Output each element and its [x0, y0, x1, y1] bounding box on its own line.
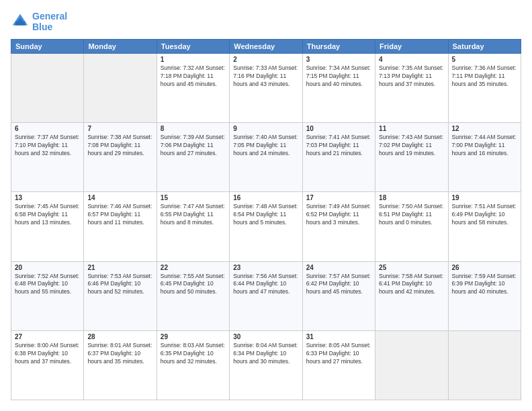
day-number: 17	[306, 194, 371, 201]
day-number: 18	[379, 194, 444, 201]
day-info: Sunrise: 7:43 AM Sunset: 7:02 PM Dayligh…	[379, 134, 444, 158]
calendar-cell: 25Sunrise: 7:58 AM Sunset: 6:41 PM Dayli…	[375, 261, 448, 330]
calendar-cell: 18Sunrise: 7:50 AM Sunset: 6:51 PM Dayli…	[375, 192, 448, 261]
day-info: Sunrise: 7:33 AM Sunset: 7:16 PM Dayligh…	[233, 64, 298, 89]
calendar-cell: 26Sunrise: 7:59 AM Sunset: 6:39 PM Dayli…	[448, 261, 521, 330]
day-number: 10	[306, 125, 371, 132]
day-info: Sunrise: 7:46 AM Sunset: 6:57 PM Dayligh…	[87, 203, 152, 227]
calendar-cell: 9Sunrise: 7:40 AM Sunset: 7:05 PM Daylig…	[230, 123, 302, 192]
day-info: Sunrise: 7:49 AM Sunset: 6:52 PM Dayligh…	[306, 203, 371, 227]
day-number: 29	[161, 333, 226, 340]
day-info: Sunrise: 7:35 AM Sunset: 7:13 PM Dayligh…	[379, 64, 444, 89]
day-number: 16	[233, 194, 298, 201]
col-friday: Friday	[375, 40, 448, 54]
col-monday: Monday	[84, 40, 157, 54]
day-info: Sunrise: 7:32 AM Sunset: 7:18 PM Dayligh…	[161, 64, 226, 89]
calendar-cell: 27Sunrise: 8:00 AM Sunset: 6:38 PM Dayli…	[11, 330, 84, 400]
day-info: Sunrise: 7:57 AM Sunset: 6:42 PM Dayligh…	[306, 273, 371, 297]
calendar-cell: 3Sunrise: 7:34 AM Sunset: 7:15 PM Daylig…	[302, 54, 375, 123]
day-number: 2	[233, 56, 298, 63]
day-number: 22	[161, 264, 226, 271]
day-info: Sunrise: 7:39 AM Sunset: 7:06 PM Dayligh…	[161, 134, 226, 158]
day-info: Sunrise: 8:01 AM Sunset: 6:37 PM Dayligh…	[87, 342, 152, 366]
day-info: Sunrise: 7:44 AM Sunset: 7:00 PM Dayligh…	[452, 134, 517, 158]
day-info: Sunrise: 7:55 AM Sunset: 6:45 PM Dayligh…	[161, 273, 226, 297]
day-number: 12	[452, 125, 517, 132]
day-number: 14	[87, 194, 152, 201]
day-number: 19	[452, 194, 517, 201]
day-info: Sunrise: 7:38 AM Sunset: 7:08 PM Dayligh…	[87, 134, 152, 158]
calendar-week-5: 27Sunrise: 8:00 AM Sunset: 6:38 PM Dayli…	[11, 330, 521, 400]
day-info: Sunrise: 7:45 AM Sunset: 6:58 PM Dayligh…	[15, 203, 80, 227]
calendar-cell: 11Sunrise: 7:43 AM Sunset: 7:02 PM Dayli…	[375, 123, 448, 192]
calendar-week-4: 20Sunrise: 7:52 AM Sunset: 6:48 PM Dayli…	[11, 261, 521, 330]
calendar-cell: 13Sunrise: 7:45 AM Sunset: 6:58 PM Dayli…	[11, 192, 84, 261]
day-info: Sunrise: 7:59 AM Sunset: 6:39 PM Dayligh…	[452, 273, 517, 297]
day-number: 7	[87, 125, 152, 132]
col-wednesday: Wednesday	[230, 40, 302, 54]
calendar-cell: 20Sunrise: 7:52 AM Sunset: 6:48 PM Dayli…	[11, 261, 84, 330]
calendar-cell: 29Sunrise: 8:03 AM Sunset: 6:35 PM Dayli…	[157, 330, 229, 400]
day-info: Sunrise: 7:53 AM Sunset: 6:46 PM Dayligh…	[87, 273, 152, 297]
day-number: 1	[161, 56, 226, 63]
day-number: 24	[306, 264, 371, 271]
calendar-cell: 8Sunrise: 7:39 AM Sunset: 7:06 PM Daylig…	[157, 123, 229, 192]
day-number: 20	[15, 264, 80, 271]
day-info: Sunrise: 7:52 AM Sunset: 6:48 PM Dayligh…	[15, 273, 80, 297]
calendar-cell: 23Sunrise: 7:56 AM Sunset: 6:44 PM Dayli…	[230, 261, 302, 330]
calendar-cell: 12Sunrise: 7:44 AM Sunset: 7:00 PM Dayli…	[448, 123, 521, 192]
calendar-cell: 28Sunrise: 8:01 AM Sunset: 6:37 PM Dayli…	[84, 330, 157, 400]
col-saturday: Saturday	[448, 40, 521, 54]
day-number: 13	[15, 194, 80, 201]
calendar-cell: 30Sunrise: 8:04 AM Sunset: 6:34 PM Dayli…	[230, 330, 302, 400]
day-number: 5	[452, 56, 517, 63]
calendar-table: Sunday Monday Tuesday Wednesday Thursday…	[11, 39, 521, 400]
day-info: Sunrise: 7:50 AM Sunset: 6:51 PM Dayligh…	[379, 203, 444, 227]
calendar-cell: 17Sunrise: 7:49 AM Sunset: 6:52 PM Dayli…	[302, 192, 375, 261]
day-number: 27	[15, 333, 80, 340]
day-number: 6	[15, 125, 80, 132]
calendar-cell: 16Sunrise: 7:48 AM Sunset: 6:54 PM Dayli…	[230, 192, 302, 261]
day-info: Sunrise: 7:37 AM Sunset: 7:10 PM Dayligh…	[15, 134, 80, 158]
day-info: Sunrise: 7:51 AM Sunset: 6:49 PM Dayligh…	[452, 203, 517, 227]
calendar-cell: 10Sunrise: 7:41 AM Sunset: 7:03 PM Dayli…	[302, 123, 375, 192]
day-info: Sunrise: 7:47 AM Sunset: 6:55 PM Dayligh…	[161, 203, 226, 227]
calendar-cell: 19Sunrise: 7:51 AM Sunset: 6:49 PM Dayli…	[448, 192, 521, 261]
calendar-week-2: 6Sunrise: 7:37 AM Sunset: 7:10 PM Daylig…	[11, 123, 521, 192]
calendar-week-1: 1Sunrise: 7:32 AM Sunset: 7:18 PM Daylig…	[11, 54, 521, 123]
day-number: 28	[87, 333, 152, 340]
calendar-cell: 15Sunrise: 7:47 AM Sunset: 6:55 PM Dayli…	[157, 192, 229, 261]
calendar-week-3: 13Sunrise: 7:45 AM Sunset: 6:58 PM Dayli…	[11, 192, 521, 261]
day-info: Sunrise: 8:04 AM Sunset: 6:34 PM Dayligh…	[233, 342, 298, 366]
day-number: 4	[379, 56, 444, 63]
calendar-cell	[84, 54, 157, 123]
calendar-cell: 2Sunrise: 7:33 AM Sunset: 7:16 PM Daylig…	[230, 54, 302, 123]
calendar-cell	[375, 330, 448, 400]
calendar-cell	[448, 330, 521, 400]
day-number: 15	[161, 194, 226, 201]
day-number: 9	[233, 125, 298, 132]
col-sunday: Sunday	[11, 40, 84, 54]
day-number: 3	[306, 56, 371, 63]
day-info: Sunrise: 7:34 AM Sunset: 7:15 PM Dayligh…	[306, 64, 371, 89]
day-info: Sunrise: 8:00 AM Sunset: 6:38 PM Dayligh…	[15, 342, 80, 366]
calendar-header-row: Sunday Monday Tuesday Wednesday Thursday…	[11, 40, 521, 54]
calendar-cell: 21Sunrise: 7:53 AM Sunset: 6:46 PM Dayli…	[84, 261, 157, 330]
svg-rect-2	[15, 21, 25, 26]
day-info: Sunrise: 7:41 AM Sunset: 7:03 PM Dayligh…	[306, 134, 371, 158]
calendar-cell: 22Sunrise: 7:55 AM Sunset: 6:45 PM Dayli…	[157, 261, 229, 330]
day-info: Sunrise: 8:03 AM Sunset: 6:35 PM Dayligh…	[161, 342, 226, 366]
day-number: 31	[306, 333, 371, 340]
day-info: Sunrise: 7:56 AM Sunset: 6:44 PM Dayligh…	[233, 273, 298, 297]
day-info: Sunrise: 7:58 AM Sunset: 6:41 PM Dayligh…	[379, 273, 444, 297]
day-number: 26	[452, 264, 517, 271]
day-info: Sunrise: 7:48 AM Sunset: 6:54 PM Dayligh…	[233, 203, 298, 227]
day-info: Sunrise: 7:36 AM Sunset: 7:11 PM Dayligh…	[452, 64, 517, 89]
calendar-cell: 31Sunrise: 8:05 AM Sunset: 6:33 PM Dayli…	[302, 330, 375, 400]
logo: General Blue	[11, 11, 67, 32]
page: General Blue Sunday Monday Tuesday Wedne…	[0, 0, 532, 411]
calendar-cell: 14Sunrise: 7:46 AM Sunset: 6:57 PM Dayli…	[84, 192, 157, 261]
day-info: Sunrise: 8:05 AM Sunset: 6:33 PM Dayligh…	[306, 342, 371, 366]
calendar-cell: 24Sunrise: 7:57 AM Sunset: 6:42 PM Dayli…	[302, 261, 375, 330]
day-number: 11	[379, 125, 444, 132]
